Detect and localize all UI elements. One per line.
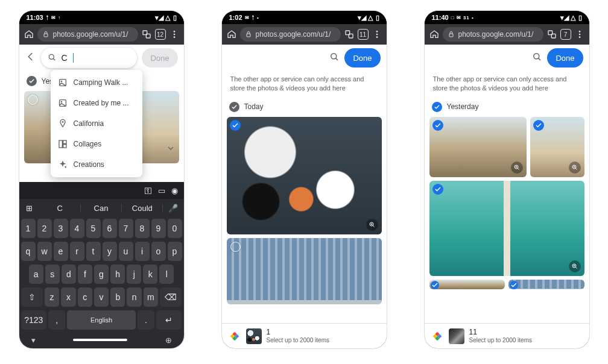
search-icon[interactable] [531,51,542,64]
tab-switcher[interactable]: 12 [155,29,166,40]
translate-icon[interactable] [547,30,557,39]
key[interactable]: e [54,242,68,261]
selected-check-icon[interactable] [432,120,443,131]
suggestion-word[interactable]: Could [122,204,163,213]
key[interactable]: o [151,242,166,261]
backspace-key[interactable]: ⌫ [160,287,182,307]
selected-check-icon[interactable] [432,184,443,195]
translate-icon[interactable] [344,30,354,39]
zoom-icon[interactable] [569,162,581,174]
key[interactable]: 0 [168,219,182,238]
photo-thumbnail[interactable] [429,280,505,289]
home-icon[interactable] [227,30,236,39]
key[interactable]: 5 [86,219,101,238]
selected-check-icon[interactable] [230,120,241,131]
period-key[interactable]: . [138,310,154,330]
mic-icon[interactable]: 🎤 [163,204,183,213]
tab-switcher[interactable]: 11 [358,29,369,40]
key[interactable]: c [78,287,92,307]
photo-thumbnail[interactable] [530,117,584,177]
comma-key[interactable]: , [48,310,65,330]
photo-thumbnail[interactable] [227,117,382,234]
overflow-menu-icon[interactable] [575,30,584,39]
enter-key[interactable]: ↵ [156,310,182,330]
overflow-menu-icon[interactable] [372,30,382,39]
key[interactable]: 3 [54,219,68,238]
key[interactable]: v [94,287,109,307]
back-icon[interactable] [25,51,36,64]
key[interactable]: t [86,242,101,261]
key[interactable]: b [110,287,125,307]
key[interactable]: p [168,242,182,261]
key[interactable]: j [127,265,141,284]
key[interactable]: 4 [70,219,84,238]
key[interactable]: u [119,242,133,261]
location-icon[interactable]: ◉ [171,186,178,195]
key[interactable]: 6 [103,219,117,238]
search-input[interactable]: C [41,48,138,68]
overflow-menu-icon[interactable] [169,30,179,39]
suggestion-word[interactable]: Can [81,204,122,213]
suggestion-collages[interactable]: Collages [51,134,142,154]
key[interactable]: s [45,265,60,284]
key[interactable]: l [159,265,174,284]
collapse-keyboard-icon[interactable]: ▾ [31,336,36,345]
key[interactable]: d [62,265,76,284]
suggestion-word[interactable]: C [40,204,81,213]
done-button[interactable]: Done [142,48,177,67]
translate-icon[interactable] [142,30,151,39]
group-select-checkbox[interactable] [229,102,239,112]
selected-check-icon[interactable] [510,281,518,289]
key[interactable]: i [135,242,150,261]
password-icon[interactable]: ⚿ [144,186,152,195]
zoom-icon[interactable] [569,260,581,272]
done-button[interactable]: Done [547,48,583,67]
shift-key[interactable]: ⇧ [21,287,43,307]
selection-thumbnail[interactable] [246,328,262,344]
home-icon[interactable] [429,30,439,39]
selection-thumbnail[interactable] [449,328,464,344]
photo-thumbnail[interactable] [429,117,527,177]
select-ring-icon[interactable] [230,242,241,252]
card-icon[interactable]: ▭ [158,186,165,195]
selected-check-icon[interactable] [533,120,544,131]
done-button[interactable]: Done [344,48,380,67]
gesture-bar[interactable] [73,339,127,341]
key[interactable]: f [78,265,92,284]
key[interactable]: y [103,242,117,261]
key[interactable]: g [94,265,109,284]
suggestion-creations[interactable]: Creations [51,154,142,175]
photo-thumbnail[interactable] [508,280,584,289]
photo-thumbnail[interactable] [227,238,382,304]
key[interactable]: z [45,287,59,307]
globe-icon[interactable]: ⊕ [165,336,172,345]
url-field[interactable]: photos.google.com/u/1/ [443,27,543,42]
grid-icon[interactable]: ⊞ [19,204,40,213]
key[interactable]: a [29,265,43,284]
key[interactable]: n [127,287,141,307]
photo-thumbnail[interactable] [429,181,584,276]
url-field[interactable]: photos.google.com/u/1/ [240,27,341,42]
zoom-icon[interactable] [366,219,378,231]
suggestion-california[interactable]: California [51,113,142,134]
selected-check-icon[interactable] [431,281,439,289]
suggestion-camping-walk[interactable]: Camping Walk ... [51,72,142,93]
key[interactable]: 7 [119,219,133,238]
key[interactable]: w [37,242,52,261]
group-select-checkbox[interactable] [27,76,37,86]
zoom-icon[interactable] [511,162,523,174]
key[interactable]: 1 [21,219,36,238]
key[interactable]: 9 [151,219,166,238]
key[interactable]: 2 [37,219,52,238]
key[interactable]: h [110,265,125,284]
select-ring-icon[interactable] [28,95,38,105]
key[interactable]: q [21,242,36,261]
search-icon[interactable] [329,51,340,64]
tab-switcher[interactable]: 7 [560,29,571,40]
chevron-down-icon[interactable] [166,143,176,155]
url-field[interactable]: photos.google.com/u/1/ [37,27,138,42]
key[interactable]: r [70,242,84,261]
spacebar[interactable]: English [67,310,135,330]
key[interactable]: m [144,287,158,307]
key[interactable]: 8 [135,219,150,238]
